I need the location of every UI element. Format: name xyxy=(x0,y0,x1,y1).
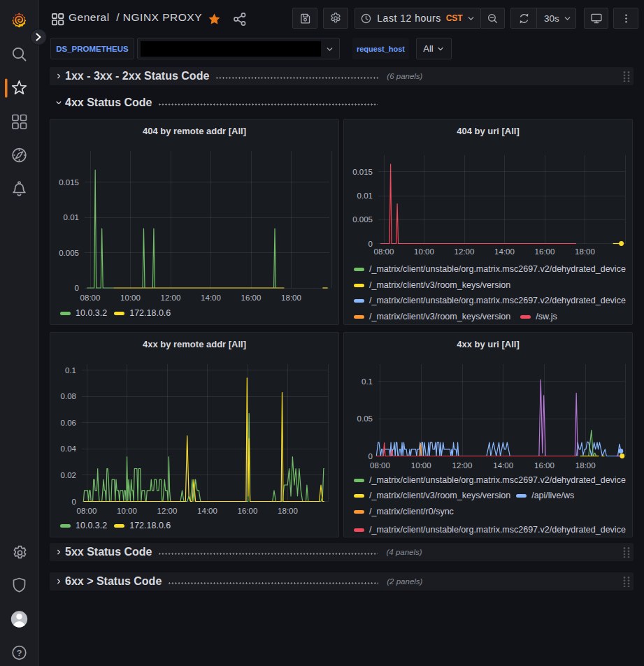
svg-text:18:00: 18:00 xyxy=(575,247,595,256)
svg-text:0.08: 0.08 xyxy=(61,392,76,400)
svg-text:10:00: 10:00 xyxy=(120,294,141,302)
svg-text:14:00: 14:00 xyxy=(197,507,217,515)
svg-text:0.02: 0.02 xyxy=(61,471,76,479)
svg-text:16:00: 16:00 xyxy=(241,294,262,302)
svg-text:16:00: 16:00 xyxy=(535,247,555,256)
svg-text:0: 0 xyxy=(368,240,373,248)
svg-text:0.01: 0.01 xyxy=(64,213,79,222)
svg-text:0: 0 xyxy=(72,498,76,506)
svg-text:0.015: 0.015 xyxy=(352,168,373,176)
svg-text:0: 0 xyxy=(368,452,373,461)
svg-text:0.005: 0.005 xyxy=(352,215,373,224)
svg-text:0.1: 0.1 xyxy=(65,366,76,375)
svg-text:0.1: 0.1 xyxy=(362,377,373,386)
svg-text:0.04: 0.04 xyxy=(61,444,77,453)
svg-text:12:00: 12:00 xyxy=(455,247,475,256)
svg-text:14:00: 14:00 xyxy=(201,294,221,302)
svg-text:16:00: 16:00 xyxy=(534,461,554,470)
svg-text:0.01: 0.01 xyxy=(357,191,373,200)
svg-text:12:00: 12:00 xyxy=(452,461,473,470)
svg-text:18:00: 18:00 xyxy=(575,461,596,470)
svg-text:0.06: 0.06 xyxy=(61,419,76,427)
svg-text:12:00: 12:00 xyxy=(161,294,181,302)
svg-text:0.05: 0.05 xyxy=(357,414,373,423)
svg-text:08:00: 08:00 xyxy=(374,247,394,256)
svg-text:08:00: 08:00 xyxy=(80,294,101,302)
svg-text:0.015: 0.015 xyxy=(59,178,79,187)
svg-text:10:00: 10:00 xyxy=(411,461,431,470)
svg-text:0.005: 0.005 xyxy=(59,249,79,257)
svg-text:16:00: 16:00 xyxy=(238,507,258,515)
svg-text:08:00: 08:00 xyxy=(370,461,390,470)
svg-text:10:00: 10:00 xyxy=(117,507,137,515)
svg-text:10:00: 10:00 xyxy=(414,247,434,256)
svg-text:12:00: 12:00 xyxy=(157,507,178,515)
svg-text:08:00: 08:00 xyxy=(77,507,97,515)
svg-text:14:00: 14:00 xyxy=(493,461,513,470)
svg-text:18:00: 18:00 xyxy=(281,294,301,302)
svg-text:0: 0 xyxy=(75,284,79,292)
svg-text:18:00: 18:00 xyxy=(278,507,298,515)
svg-text:14:00: 14:00 xyxy=(494,247,515,256)
